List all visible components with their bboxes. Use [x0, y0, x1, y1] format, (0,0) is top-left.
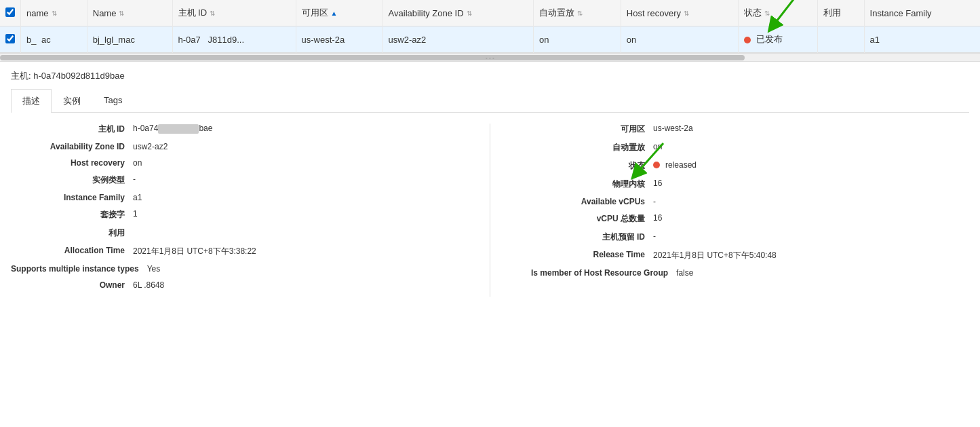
label-host-reservation-id: 主机预留 ID: [531, 231, 653, 243]
sort-icon-Name: ⇅: [119, 10, 124, 17]
label-available-vcpus: Available vCPUs: [531, 197, 653, 206]
cell-host-id-short: h-0a7: [178, 35, 201, 45]
col-header-az-id[interactable]: Availability Zone ID ⇅: [383, 0, 534, 26]
col-header-instance-family[interactable]: Instance Family: [864, 0, 980, 26]
label-allocation-time: Allocation Time: [11, 246, 133, 255]
table-header-row: name ⇅ Name ⇅ 主机 ID ⇅: [0, 0, 980, 26]
col-label-az: 可用区: [302, 7, 328, 19]
select-all-header[interactable]: [0, 0, 21, 26]
label-release-time: Release Time: [531, 250, 653, 259]
row-checkbox-cell[interactable]: [0, 26, 21, 53]
row-cell-auto-release: on: [534, 26, 621, 53]
detail-row-owner: Owner 6L .8648: [11, 280, 449, 290]
row-cell-az: us-west-2a: [296, 26, 383, 53]
col-divider: [490, 124, 490, 297]
detail-row-utilization: 利用: [11, 227, 449, 239]
sort-icon-host-id: ⇅: [210, 10, 215, 17]
row-cell-az-id: usw2-az2: [383, 26, 534, 53]
value-available-vcpus: -: [653, 197, 969, 206]
sort-icon-auto-release: ⇅: [577, 10, 583, 17]
detail-row-available-vcpus: Available vCPUs -: [531, 197, 969, 206]
table-container: name ⇅ Name ⇅ 主机 ID ⇅: [0, 0, 980, 54]
col-header-az[interactable]: 可用区 ▲: [296, 0, 383, 26]
horizontal-scrollbar[interactable]: • • •: [0, 54, 980, 62]
value-instance-family: a1: [133, 193, 449, 202]
tab-instance[interactable]: 实例: [52, 89, 92, 113]
value-supports-multiple: Yes: [147, 264, 449, 274]
row-cell-instance-family: a1: [864, 26, 980, 53]
detail-row-host-id: 主机 ID h-0a74bae: [11, 124, 449, 135]
value-host-reservation-id: -: [653, 231, 969, 241]
label-instance-family: Instance Family: [11, 193, 133, 202]
value-status: released: [653, 160, 969, 170]
col-header-utilization[interactable]: 利用: [818, 0, 864, 26]
scrollbar-thumb[interactable]: [0, 55, 745, 60]
label-az-id: Availability Zone ID: [11, 142, 133, 151]
redacted-block: [158, 124, 199, 134]
col-label-host-recovery: Host recovery: [627, 8, 681, 18]
value-az-id: usw2-az2: [133, 142, 449, 151]
value-owner: 6L .8648: [133, 280, 449, 290]
value-allocation-time: 2021年1月8日 UTC+8下午3:38:22: [133, 246, 449, 257]
detail-row-instance-family: Instance Family a1: [11, 193, 449, 202]
label-physical-cores: 物理内核: [531, 179, 653, 190]
cell-name2-value: ac: [41, 35, 51, 45]
cell-host-id-mid: J811d9...: [208, 35, 245, 45]
label-owner: Owner: [11, 280, 133, 290]
detail-row-status: 状态 released: [531, 160, 969, 172]
status-dot-icon: [744, 37, 751, 43]
label-host-resource-group: Is member of Host Resource Group: [531, 268, 676, 278]
table-row[interactable]: b_ ac bj_lgl_mac h-0a7 J811d9... us-west…: [0, 26, 980, 53]
cell-az-id-value: usw2-az2: [389, 35, 427, 45]
detail-row-auto-release: 自动置放 on: [531, 142, 969, 153]
label-socket: 套接字: [11, 209, 133, 221]
select-all-checkbox[interactable]: [5, 7, 15, 17]
col-header-auto-release[interactable]: 自动置放 ⇅: [534, 0, 621, 26]
col-label-auto-release: 自动置放: [539, 7, 574, 19]
col-label-instance-family: Instance Family: [870, 8, 932, 18]
detail-row-socket: 套接字 1: [11, 209, 449, 221]
detail-row-physical-cores: 物理内核 16: [531, 179, 969, 190]
host-title-id: h-0a74b092d811d9bae: [33, 71, 124, 81]
label-host-recovery: Host recovery: [11, 158, 133, 168]
label-auto-release: 自动置放: [531, 142, 653, 153]
detail-row-host-reservation-id: 主机预留 ID -: [531, 231, 969, 243]
cell-name-value: b_: [26, 35, 36, 45]
value-release-time: 2021年1月8日 UTC+8下午5:40:48: [653, 250, 969, 261]
status-dot-detail: [653, 162, 660, 168]
sort-icon-az-id: ⇅: [467, 10, 472, 17]
col-header-name[interactable]: name ⇅: [21, 0, 87, 26]
col-header-Name[interactable]: Name ⇅: [87, 0, 172, 26]
value-total-vcpus: 16: [653, 213, 969, 223]
value-instance-type: -: [133, 174, 449, 184]
hosts-table: name ⇅ Name ⇅ 主机 ID ⇅: [0, 0, 980, 53]
col-header-status[interactable]: 状态 ⇅: [739, 0, 818, 26]
label-utilization: 利用: [11, 227, 133, 239]
value-auto-release: on: [653, 142, 969, 151]
host-title-prefix: 主机:: [11, 71, 33, 81]
detail-row-supports-multiple: Supports multiple instance types Yes: [11, 264, 449, 274]
detail-right-col: 可用区 us-west-2a 自动置放 on 状态 released: [531, 124, 969, 297]
col-header-host-id[interactable]: 主机 ID ⇅: [172, 0, 296, 26]
row-cell-name: b_ ac: [21, 26, 87, 53]
row-cell-host-id: h-0a7 J811d9...: [172, 26, 296, 53]
sort-icon-az: ▲: [331, 10, 338, 17]
status-inline: released: [653, 160, 969, 170]
tab-tags[interactable]: Tags: [92, 89, 134, 113]
tab-describe[interactable]: 描述: [11, 89, 52, 113]
detail-row-host-recovery: Host recovery on: [11, 158, 449, 168]
detail-tabs: 描述 实例 Tags: [11, 89, 969, 113]
label-supports-multiple: Supports multiple instance types: [11, 264, 147, 274]
col-label-host-id: 主机 ID: [178, 7, 208, 19]
cell-az-value: us-west-2a: [302, 35, 345, 45]
row-cell-name3: bj_lgl_mac: [87, 26, 172, 53]
value-physical-cores: 16: [653, 179, 969, 188]
label-host-id: 主机 ID: [11, 124, 133, 135]
col-label-utilization: 利用: [823, 7, 841, 19]
col-header-host-recovery[interactable]: Host recovery ⇅: [621, 0, 739, 26]
status-text-detail: released: [665, 160, 697, 170]
value-socket: 1: [133, 209, 449, 219]
label-az: 可用区: [531, 124, 653, 135]
sort-icon-status: ⇅: [764, 10, 770, 17]
row-checkbox[interactable]: [5, 34, 15, 43]
